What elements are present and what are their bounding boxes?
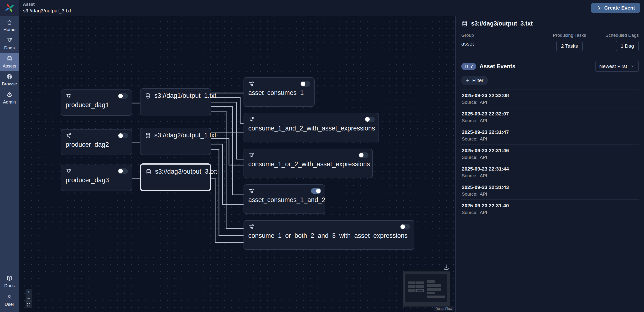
sort-order-value: Newest First — [599, 64, 627, 69]
event-source: Source:API — [462, 173, 638, 178]
graph-node-asset-consumes-1-and-2[interactable]: asset_consumes_1_and_2 — [244, 184, 325, 214]
minimap-node — [427, 296, 445, 298]
dag-pause-toggle[interactable] — [300, 81, 310, 86]
filter-button[interactable]: Filter — [461, 76, 488, 85]
zoom-out-button[interactable]: − — [26, 295, 32, 302]
sidebar-item-admin[interactable]: ⚙ Admin — [0, 89, 19, 107]
node-label: consume_1_or_both_2_and_3_with_asset_exp… — [244, 230, 414, 240]
producing-tasks-button[interactable]: 2 Tasks — [556, 41, 583, 51]
sidebar-item-label: Browse — [2, 81, 17, 86]
asset-event-row: 2025-09-23 22:31:43 Source:API — [461, 181, 639, 200]
minimap-node — [427, 288, 441, 291]
zoom-in-button[interactable]: + — [26, 289, 32, 295]
dag-icon — [248, 117, 254, 123]
dag-pause-toggle[interactable] — [118, 133, 128, 138]
dag-pause-toggle[interactable] — [400, 224, 410, 230]
asset-detail-panel: s3://dag3/output_3.txt Group asset Produ… — [455, 16, 644, 312]
top-bar: Asset s3://dag3/output_3.txt Create Even… — [19, 0, 644, 16]
sidebar-item-label: Assets — [2, 64, 16, 69]
event-source: Source:API — [462, 100, 638, 105]
asset-events-title: Asset Events — [480, 63, 595, 70]
breadcrumb: Asset s3://dag3/output_3.txt — [23, 2, 71, 14]
graph-node-asset-consumes-1[interactable]: asset_consumes_1 — [244, 77, 314, 107]
scheduled-dags-label: Scheduled Dags — [606, 33, 639, 38]
graph-node-asset-dag2-output[interactable]: s3://dag2/output_1.txt — [140, 128, 211, 155]
toggle-knob — [118, 94, 123, 98]
toggle-knob — [316, 189, 320, 193]
graph-edges — [19, 16, 455, 312]
asset-stats: Group asset Producing Tasks 2 Tasks Sche… — [461, 33, 639, 51]
dag-pause-toggle[interactable] — [118, 93, 128, 99]
event-timestamp: 2025-09-23 22:32:08 — [462, 92, 638, 98]
database-icon — [146, 169, 152, 175]
node-label: producer_dag1 — [61, 100, 132, 109]
toggle-knob — [301, 82, 305, 86]
dag-pause-toggle[interactable] — [358, 152, 368, 158]
dag-icon — [248, 224, 254, 230]
sidebar-item-label: Home — [3, 27, 16, 32]
dag-pause-toggle[interactable] — [118, 168, 128, 174]
dag-pause-toggle[interactable] — [365, 117, 375, 122]
fit-view-icon — [27, 303, 30, 307]
sort-order-select[interactable]: Newest First — [595, 61, 639, 72]
minimap-node — [408, 282, 416, 284]
sidebar-item-docs[interactable]: Docs — [0, 273, 19, 291]
fit-view-button[interactable] — [26, 302, 32, 308]
graph-node-producer-dag1[interactable]: producer_dag1 — [61, 90, 132, 116]
sidebar: Home Dags Assets Browse ⚙ Admin — [0, 0, 19, 312]
scheduled-dags-button[interactable]: 1 Dag — [616, 41, 639, 51]
sidebar-item-label: Admin — [3, 100, 16, 105]
asset-event-row: 2025-09-23 22:32:07 Source:API — [461, 108, 639, 126]
node-label: s3://dag3/output_3.txt — [155, 168, 217, 175]
event-timestamp: 2025-09-23 22:31:46 — [462, 148, 638, 154]
page-title: s3://dag3/output_3.txt — [23, 8, 71, 14]
download-image-icon[interactable] — [443, 264, 449, 270]
graph-node-consume-1-and-2[interactable]: consume_1_and_2_with_asset_expressions — [244, 113, 379, 142]
asset-event-row: 2025-09-23 22:31:40 Source:API — [461, 200, 639, 218]
dag-pause-toggle[interactable] — [311, 188, 321, 194]
globe-icon — [6, 74, 12, 80]
asset-event-row: 2025-09-23 22:31:46 Source:API — [461, 144, 639, 163]
graph-node-consume-1-or-2[interactable]: consume_1_or_2_with_asset_expressions — [244, 148, 373, 178]
toggle-knob — [359, 153, 364, 158]
event-timestamp: 2025-09-23 22:31:44 — [462, 166, 638, 172]
minimap-node — [408, 285, 416, 288]
user-icon — [6, 294, 12, 300]
sidebar-item-label: Docs — [4, 283, 14, 288]
zoom-controls: + − — [26, 289, 32, 308]
graph-node-producer-dag2[interactable]: producer_dag2 — [61, 129, 132, 155]
toggle-knob — [365, 117, 370, 122]
toggle-knob — [118, 133, 123, 138]
event-timestamp: 2025-09-23 22:32:07 — [462, 111, 638, 117]
app-window: Asset s3://dag3/output_3.txt Create Even… — [0, 0, 644, 312]
graph-node-asset-dag1-output[interactable]: s3://dag1/output_1.txt — [140, 88, 211, 116]
sidebar-item-assets[interactable]: Assets — [0, 53, 19, 71]
graph-minimap[interactable] — [402, 272, 450, 306]
graph-node-consume-1-or-both-2-and-3[interactable]: consume_1_or_both_2_and_3_with_asset_exp… — [244, 220, 414, 250]
dag-icon — [66, 93, 72, 100]
airflow-logo[interactable] — [0, 0, 19, 16]
event-timestamp: 2025-09-23 22:31:40 — [462, 203, 638, 208]
asset-title: s3://dag3/output_3.txt — [471, 20, 532, 27]
event-count-badge: 7 — [461, 63, 476, 70]
producing-tasks-label: Producing Tasks — [553, 33, 586, 38]
graph-node-asset-dag3-output-selected[interactable]: s3://dag3/output_3.txt — [140, 164, 211, 191]
create-event-button[interactable]: Create Event — [591, 3, 640, 13]
sidebar-item-user[interactable]: User — [0, 292, 19, 310]
asset-graph-canvas[interactable]: producer_dag1 producer_dag2 producer_dag… — [19, 16, 455, 312]
react-flow-attribution[interactable]: React Flow — [434, 306, 454, 311]
event-source: Source:API — [462, 136, 638, 142]
sidebar-item-label: User — [4, 302, 14, 307]
dag-icon — [248, 188, 254, 194]
minimap-node — [427, 292, 435, 294]
plus-icon — [466, 78, 470, 82]
asset-events-header: 7 Asset Events Newest First — [461, 61, 639, 72]
sidebar-item-browse[interactable]: Browse — [0, 71, 19, 89]
asset-events-list: 2025-09-23 22:32:08 Source:API 2025-09-2… — [461, 90, 639, 218]
asset-event-row: 2025-09-23 22:32:08 Source:API — [461, 90, 639, 108]
node-label: asset_consumes_1 — [244, 87, 314, 96]
sidebar-item-home[interactable]: Home — [0, 17, 19, 35]
sidebar-item-dags[interactable]: Dags — [0, 35, 19, 53]
graph-node-producer-dag3[interactable]: producer_dag3 — [61, 164, 132, 191]
dag-icon — [66, 133, 72, 139]
